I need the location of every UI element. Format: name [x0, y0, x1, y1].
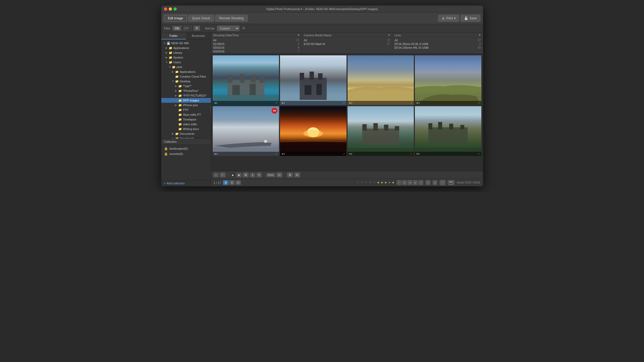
lens-filter-row-1[interactable]: EF16-35mm f/2.8L II USM 2	[392, 42, 483, 46]
fullscreen-button[interactable]: ⊞	[433, 180, 438, 185]
tree-item-applications-root[interactable]: ▶ 📁 Applications	[161, 46, 211, 50]
save-icon: 💾	[464, 16, 468, 20]
folder-icon: 📁	[178, 94, 182, 97]
rating-num-5[interactable]: ⁵	[373, 181, 376, 185]
view-more-button[interactable]: ▾	[256, 172, 262, 177]
tree-item-iphone-pics[interactable]: ▶ 📁 iPhone pics	[161, 103, 211, 108]
filter-on-button[interactable]: ON	[173, 26, 181, 30]
thumbnail-3[interactable]: ★3 ✓	[348, 55, 414, 105]
star-3[interactable]: ★	[384, 181, 387, 184]
filter-off-button[interactable]: OFF	[181, 26, 191, 30]
lens-filter-label: Lens	[394, 34, 401, 37]
tree-item-ptp-pictures[interactable]: ▶ 📁 *PTP PICTURES*	[161, 93, 211, 98]
rating-toolbar: ¹ ² ³ ⁴ ⁵ ★ ★ ★ ★ ★	[356, 181, 394, 185]
print-button[interactable]: 🖨 Print ▾	[438, 15, 459, 22]
quick-check-button[interactable]: Quick Check	[188, 15, 214, 22]
nav-next-button[interactable]: ▶	[413, 180, 418, 185]
tree-item-downloads[interactable]: ▶ 📁 Downloads	[161, 136, 211, 138]
nav-jump-start[interactable]: ⊢	[397, 180, 402, 185]
star-5[interactable]: ★	[392, 181, 394, 184]
rating-num-1[interactable]: ¹	[356, 181, 359, 185]
camera-filter-all[interactable]: All 17	[302, 38, 392, 42]
date-filter-all[interactable]: All 17	[211, 38, 301, 42]
date-filter-row-3[interactable]: 03/03/16 7	[211, 50, 301, 53]
thumbnail-4[interactable]: ★3 ✓	[415, 55, 481, 105]
edit-image-button[interactable]: Edit Image	[164, 15, 187, 22]
thumbnail-6[interactable]: ★4 ✓	[280, 106, 347, 156]
tree-item-video-edits[interactable]: 📁 video edits	[161, 122, 211, 127]
filter-panel-lens-header: Lens ▾	[392, 33, 483, 38]
tree-item-ptp-starred[interactable]: ▶ 📁 **ptp**	[161, 84, 211, 88]
tree-item-documents[interactable]: ▶ 📁 Documents	[161, 131, 211, 136]
window-title: Digital Photo Professional 4 – [Folder: …	[266, 7, 377, 11]
zoom-out-button[interactable]: −	[213, 173, 219, 177]
tree-item-pete[interactable]: ▼ 📁 pete	[161, 65, 211, 69]
thumbnail-7[interactable]: ★4 ✓	[348, 106, 414, 156]
lens-filter-all[interactable]: All 17	[392, 38, 483, 42]
filter-settings-icon[interactable]: ⚙	[194, 26, 200, 31]
remote-shooting-button[interactable]: Remote Shooting	[215, 15, 248, 22]
thumbnail-1[interactable]: ★5 ✓	[213, 55, 279, 105]
color-label-button[interactable]: ■	[230, 173, 235, 177]
star-1[interactable]: ★	[377, 181, 380, 184]
tree-item-photoplus[interactable]: ▶ 📁 *PhotoPlus*	[161, 88, 211, 93]
list-view-button[interactable]: ☰	[229, 180, 235, 185]
thumbnail-2[interactable]: ★3 ✓	[280, 55, 347, 105]
tree-item-users[interactable]: ▼ 📁 Users	[161, 60, 211, 65]
grid-9-button[interactable]: ⊟	[294, 172, 300, 177]
star-2[interactable]: ★	[381, 181, 383, 184]
raw-button[interactable]: RAW	[266, 173, 276, 177]
date-filter-row-1[interactable]: 01/28/15 4	[211, 42, 301, 46]
filmstrip-view-button[interactable]: ⊡	[236, 180, 241, 185]
nav-copy-button[interactable]: ⊡	[402, 180, 407, 185]
grid-view-button[interactable]: ⊞	[223, 180, 228, 185]
info-button[interactable]: ⓘ	[439, 180, 446, 185]
preview-button[interactable]: ⊡	[425, 180, 430, 185]
rating-num-3[interactable]: ³	[364, 181, 367, 185]
maximize-button[interactable]	[174, 7, 177, 11]
tab-folder[interactable]: Folder	[161, 33, 186, 39]
tree-item-skye-edits[interactable]: 📁 Skye edits PT	[161, 112, 211, 117]
add-collection-button[interactable]: + Add collection	[161, 180, 211, 186]
grid-4-button[interactable]: ⊞	[287, 172, 293, 177]
date-filter-row-2[interactable]: 03/02/16 6	[211, 46, 301, 50]
bottom-toolbar: − ✓ ■ ■ ⊞ ≡ ▾ RAW ⊡ ⊞ ⊟	[211, 171, 483, 179]
tree-item-timelapse[interactable]: 📁 Timelapse	[161, 117, 211, 122]
sidebar-collapse-button[interactable]: ◀	[210, 105, 211, 113]
view-single-button[interactable]: ■	[236, 173, 242, 177]
view-grid-button[interactable]: ⊞	[243, 172, 249, 177]
collection-tab[interactable]: Collection	[161, 139, 211, 145]
collection-item-landscapes[interactable]: 🔒 landscapes(0)	[161, 146, 211, 151]
tree-item-hd[interactable]: ▼ 💾 NEW HD 480	[161, 41, 211, 46]
lens-filter-row-2[interactable]: EF24-105mm f/4L IS USM 15	[392, 46, 483, 50]
tree-item-dpp-images[interactable]: 📁 DPP images	[161, 98, 211, 103]
tab-bookmark[interactable]: Bookmark	[186, 33, 211, 39]
tree-item-library[interactable]: ▶ 📁 Library	[161, 50, 211, 55]
tree-arrow: ▶	[175, 90, 178, 92]
nav-jump-end[interactable]: ⊣	[418, 180, 423, 185]
thumbnail-8[interactable]: ★5 ✓	[415, 106, 481, 156]
save-button[interactable]: 💾 Save	[461, 15, 480, 22]
rating-num-2[interactable]: ²	[360, 181, 363, 185]
raw-2-button[interactable]: ⊡	[276, 172, 282, 177]
tree-item-ptp[interactable]: 📁 PTP	[161, 108, 211, 112]
sort-select[interactable]: Custom File Name Date	[217, 26, 239, 31]
minimize-button[interactable]	[169, 7, 172, 11]
star-4[interactable]: ★	[388, 181, 391, 184]
tree-item-system[interactable]: ▶ 📁 System	[161, 55, 211, 60]
view-list-button[interactable]: ≡	[250, 173, 255, 177]
rating-num-4[interactable]: ⁴	[368, 181, 372, 185]
svg-rect-27	[438, 122, 442, 129]
check-button[interactable]: ✓	[220, 172, 226, 177]
camera-button[interactable]: 📷	[448, 180, 455, 185]
camera-filter-row-1[interactable]: EOS 5D Mark III 17	[302, 42, 392, 46]
tree-item-desktop[interactable]: ▼ 📁 Desktop	[161, 79, 211, 84]
tree-item-creative-cloud[interactable]: 📁 Creative Cloud Files	[161, 74, 211, 79]
thumbnail-5[interactable]: ★3 ✓ 09	[213, 106, 279, 156]
tree-item-writing-docs[interactable]: 📁 Writing docs	[161, 127, 211, 131]
nav-prev-button[interactable]: ◀	[407, 180, 412, 185]
collection-item-sunsets[interactable]: 🔒 sunsets(0)	[161, 151, 211, 157]
close-button[interactable]	[164, 7, 167, 11]
folder-icon: 📁	[178, 84, 182, 88]
tree-item-applications-pete[interactable]: ▶ 📁 Applications	[161, 69, 211, 74]
